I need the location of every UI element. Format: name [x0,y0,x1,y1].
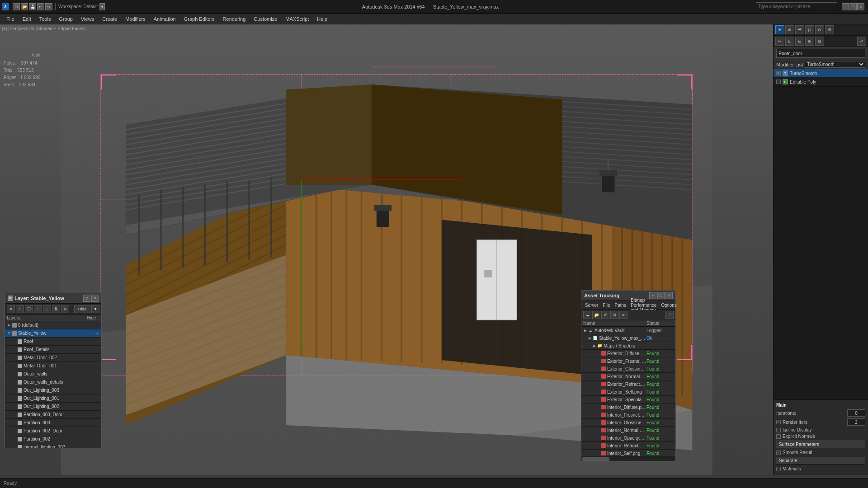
asset-title-bar[interactable]: Asset Tracking − □ × [581,291,675,301]
layer-row[interactable]: Partition_002_Door··· [5,427,101,435]
tb-undo[interactable]: ↩ [37,3,44,10]
layer-expand-icon[interactable] [12,356,17,360]
modifier-item-turbosmooth[interactable]: ✓ T TurboSmooth [774,69,868,78]
tb-open[interactable]: 📂 [21,3,28,10]
layer-expand-icon[interactable] [12,445,17,448]
ts-isoline-cb[interactable] [776,428,781,432]
layers-btn-down[interactable]: ↓ [43,305,51,313]
asset-row[interactable]: Interior_Opacity.pngFound [581,434,675,442]
restore-btn[interactable]: □ [849,3,857,10]
ts-surface-section[interactable]: Surface Parameters [776,441,865,448]
layer-row[interactable]: Outer_walls_details··· [5,378,101,386]
layer-row[interactable]: Roof_Details··· [5,346,101,354]
asset-expand-icon[interactable]: ▶ [588,336,592,340]
layers-btn-menu[interactable]: ≡ [7,305,15,313]
mod-icon-6[interactable]: ⤢ [857,37,866,46]
close-btn[interactable]: × [857,3,864,10]
panel-tab-motion[interactable]: ▷ [805,25,814,34]
ts-smooth-cb[interactable] [776,450,781,455]
menu-views[interactable]: Views [77,14,98,24]
panel-tab-hierarchy[interactable]: ☱ [795,25,804,34]
asset-menu-file[interactable]: File [601,303,612,308]
tb-redo[interactable]: ↪ [45,3,52,10]
modifier-list-select[interactable]: TurboSmooth Editable Poly [805,61,865,68]
asset-expand-icon[interactable] [597,359,601,363]
menu-maxscript[interactable]: MAXScript [282,14,312,24]
asset-expand-icon[interactable]: ▶ [583,328,588,333]
ts-render-iters-cb[interactable] [776,420,781,424]
ts-explicit-cb[interactable] [776,434,781,439]
asset-row[interactable]: ▶📄Stable_Yellow_max_vray.maxOk [581,334,675,342]
layer-row[interactable]: Out_Lighting_002··· [5,403,101,411]
asset-expand-icon[interactable] [597,405,601,409]
menu-rendering[interactable]: Rendering [219,14,250,24]
layer-row[interactable]: Roof··· [5,338,101,346]
tb-save[interactable]: 💾 [29,3,36,10]
asset-expand-icon[interactable] [597,436,601,440]
asset-btn-3[interactable]: ↺ [601,311,609,319]
viewport[interactable]: [+] [Perspective] [Shaded + Edged Faces]… [0,24,773,475]
ts-render-iters-input[interactable] [847,418,865,426]
asset-btn-help[interactable]: ? [665,311,674,319]
layer-row[interactable]: Metal_Door_002··· [5,354,101,362]
layer-expand-icon[interactable]: ▼ [7,331,11,336]
asset-expand-icon[interactable] [597,451,601,455]
layer-expand-icon[interactable]: ▶ [7,323,11,328]
asset-btn-1[interactable]: ☁ [583,311,591,319]
panel-tab-create[interactable]: ⊕ [785,25,794,34]
asset-row[interactable]: Exterior_Specular.pngFound [581,396,675,404]
menu-animation[interactable]: Animation [150,14,179,24]
layer-expand-icon[interactable] [12,429,17,433]
minimize-btn[interactable]: − [842,3,849,10]
menu-group[interactable]: Group [55,14,76,24]
menu-create[interactable]: Create [99,14,121,24]
menu-help[interactable]: Help [313,14,331,24]
mod-checkbox-turbo[interactable]: ✓ [776,71,781,75]
menu-modifiers[interactable]: Modifiers [122,14,149,24]
panel-tab-modify[interactable]: ✦ [775,25,784,34]
asset-row[interactable]: Interior_Glossiness.pngFound [581,419,675,427]
tb-new[interactable]: 🗋 [13,3,20,10]
asset-expand-icon[interactable] [597,374,601,379]
mod-checkbox-epoly[interactable] [776,80,781,84]
object-name-input[interactable] [776,49,865,58]
asset-expand-icon[interactable] [597,443,601,448]
layers-btn-sort[interactable]: ⇅ [52,305,60,313]
mod-icon-1[interactable]: ↩ [775,37,784,46]
layer-expand-icon[interactable] [12,380,17,385]
viewport-label[interactable]: [+] [Perspective] [Shaded + Edged Faces] [2,26,85,31]
layers-btn-scroll[interactable]: ▼ [91,305,99,313]
layer-expand-icon[interactable] [12,413,17,417]
layers-btn-add[interactable]: + [16,305,24,313]
asset-expand-icon[interactable] [597,428,601,432]
menu-file[interactable]: File [3,14,18,24]
layers-btn-up[interactable]: ↑ [34,305,42,313]
layer-expand-icon[interactable] [12,421,17,425]
layer-row[interactable]: Metal_Door_001··· [5,362,101,370]
asset-expand-icon[interactable] [597,366,601,371]
layer-expand-icon[interactable] [12,347,17,352]
asset-expand-icon[interactable] [597,413,601,417]
ts-materials-cb[interactable] [776,467,781,471]
asset-close-btn[interactable]: × [665,292,673,299]
menu-edit[interactable]: Edit [19,14,35,24]
asset-menu-paths[interactable]: Paths [613,303,628,308]
asset-expand-icon[interactable] [597,351,601,356]
mod-icon-4[interactable]: ⊞ [805,37,814,46]
asset-expand-icon[interactable] [597,382,601,386]
layer-expand-icon[interactable] [12,404,17,409]
layer-row[interactable]: Out_Lighting_001··· [5,394,101,403]
panel-tab-utilities[interactable]: ⚙ [825,25,834,34]
asset-expand-icon[interactable] [597,389,601,394]
asset-row[interactable]: Exterior_Refract.pngFound [581,380,675,388]
layer-expand-icon[interactable] [12,372,17,376]
mod-icon-5[interactable]: ⊠ [815,37,824,46]
layers-help-btn[interactable]: ? [83,295,90,302]
asset-btn-4[interactable]: ⊞ [610,311,618,319]
layers-close-btn[interactable]: × [91,295,99,302]
asset-row[interactable]: ▶📁Maps / Shaders [581,342,675,350]
asset-row[interactable]: Interior_Self.pngFound [581,450,675,456]
mod-icon-2[interactable]: ⊡ [785,37,794,46]
ts-iterations-input[interactable] [847,409,865,417]
layer-expand-icon[interactable] [12,396,17,401]
